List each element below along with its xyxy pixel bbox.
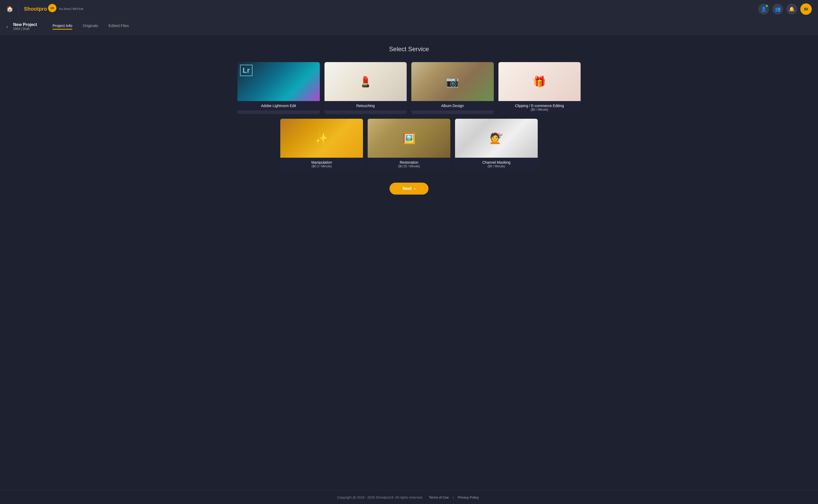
team-button[interactable]: 👥 — [772, 4, 783, 15]
logo-pro-part: pro — [39, 6, 47, 12]
service-card-restoration[interactable]: Restoration ($0.25 / Minute) — [368, 119, 450, 171]
service-image-masking — [455, 119, 538, 158]
service-grid-row2: Manipulation ($0.3 / Minute) Restoration… — [280, 119, 538, 171]
service-label-masking: Channel Masking ($0 / Minute) — [455, 158, 538, 171]
footer-divider: | — [453, 495, 454, 499]
bell-icon: 🔔 — [789, 6, 795, 12]
service-title-album: Album Design — [414, 104, 491, 108]
logo-tagline: You Shoot | We'll Edit — [58, 8, 83, 10]
service-price-manipulation: ($0.3 / Minute) — [284, 164, 360, 168]
privacy-link[interactable]: Privacy Policy — [458, 495, 479, 499]
service-title-masking: Channel Masking — [458, 160, 534, 164]
service-grid-row1: Adobe Lightroom Edit Retouching Album De… — [238, 62, 580, 114]
nav-bar: ‹ New Project 2964 | Draft Project Info … — [0, 18, 818, 35]
user-profile-button[interactable]: 👤 — [758, 4, 769, 15]
main-content: Select Service Adobe Lightroom Edit Reto… — [0, 35, 818, 490]
service-label-clipping: Clipping / E-commerce Editing ($0 / Minu… — [498, 101, 581, 114]
project-meta: 2964 | Draft — [13, 27, 37, 31]
notification-button[interactable]: 🔔 — [786, 4, 797, 15]
logo-badge: 24 — [48, 4, 56, 12]
service-title-manipulation: Manipulation — [284, 160, 360, 164]
service-card-masking[interactable]: Channel Masking ($0 / Minute) — [455, 119, 538, 171]
app-header: 🏠 Shootpro 24 You Shoot | We'll Edit 👤 👥… — [0, 0, 818, 18]
service-price-clipping: ($0 / Minute) — [501, 108, 578, 111]
copyright-text: Copyright @ 2019 - 2020 Shootpro24. All … — [337, 495, 423, 499]
service-label-manipulation: Manipulation ($0.3 / Minute) — [280, 158, 363, 171]
service-image-album — [411, 62, 494, 101]
service-label-lightroom: Adobe Lightroom Edit — [238, 101, 320, 110]
tab-project-info[interactable]: Project Info — [52, 23, 72, 30]
terms-link[interactable]: Terms of Use — [429, 495, 449, 499]
service-title-restoration: Restoration — [371, 160, 447, 164]
service-card-retouching[interactable]: Retouching — [325, 62, 407, 114]
avatar[interactable]: BI — [800, 3, 812, 15]
back-button[interactable]: ‹ — [6, 24, 8, 30]
next-button[interactable]: Next › — [390, 183, 428, 195]
service-title-lightroom: Adobe Lightroom Edit — [241, 104, 317, 108]
header-icons: 👤 👥 🔔 BI — [758, 3, 812, 15]
team-icon: 👥 — [775, 6, 781, 12]
service-image-lightroom — [238, 62, 320, 101]
service-label-retouching: Retouching — [325, 101, 407, 110]
service-label-restoration: Restoration ($0.25 / Minute) — [368, 158, 450, 171]
tab-originals[interactable]: Originals — [83, 23, 98, 30]
next-arrow-icon: › — [414, 187, 415, 191]
header-divider — [18, 4, 19, 14]
next-label: Next — [403, 186, 412, 191]
service-card-album[interactable]: Album Design — [411, 62, 494, 114]
service-card-clipping[interactable]: Clipping / E-commerce Editing ($0 / Minu… — [498, 62, 581, 114]
service-price-restoration: ($0.25 / Minute) — [371, 164, 447, 168]
logo-shoot-part: Shoot — [24, 6, 39, 12]
project-name: New Project — [13, 22, 37, 27]
nav-tabs: Project Info Originals Edited Files — [52, 23, 129, 30]
service-image-restoration — [368, 119, 450, 158]
section-title: Select Service — [389, 45, 429, 53]
service-label-album: Album Design — [411, 101, 494, 110]
logo-text: Shootpro — [24, 6, 47, 12]
service-title-retouching: Retouching — [328, 104, 404, 108]
home-button[interactable]: 🏠 — [6, 6, 13, 12]
service-card-lightroom[interactable]: Adobe Lightroom Edit — [238, 62, 320, 114]
service-price-masking: ($0 / Minute) — [458, 164, 534, 168]
service-card-manipulation[interactable]: Manipulation ($0.3 / Minute) — [280, 119, 363, 171]
tab-edited-files[interactable]: Edited Files — [108, 23, 129, 30]
project-info: New Project 2964 | Draft — [13, 22, 37, 31]
logo: Shootpro 24 You Shoot | We'll Edit — [24, 6, 83, 12]
app-footer: Copyright @ 2019 - 2020 Shootpro24. All … — [0, 490, 818, 504]
service-image-retouching — [325, 62, 407, 101]
user-avatar-icon: 👤 — [761, 6, 767, 12]
service-image-manipulation — [280, 119, 363, 158]
service-title-clipping: Clipping / E-commerce Editing — [501, 104, 578, 108]
service-image-clipping — [498, 62, 581, 101]
